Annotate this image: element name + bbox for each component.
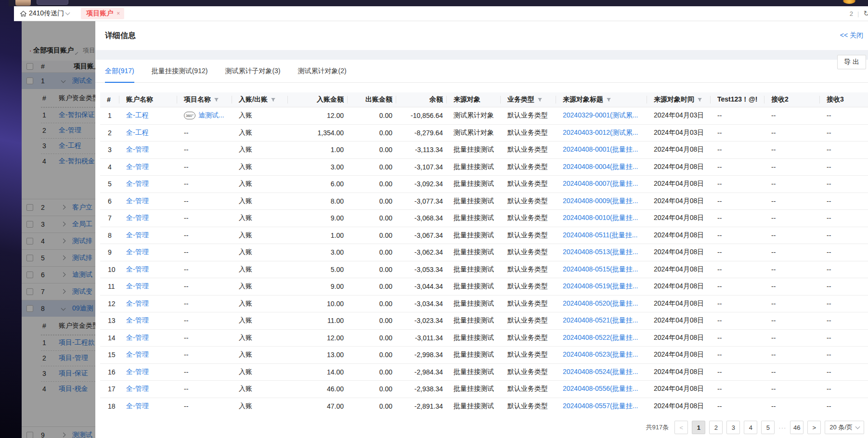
- topbar-search-pill[interactable]: [37, 0, 68, 5]
- cell-link[interactable]: 全-管理: [126, 316, 149, 325]
- refresh-icon[interactable]: ↻: [863, 9, 868, 18]
- page-button-4[interactable]: 4: [744, 421, 757, 434]
- cell-link[interactable]: 20240408-0009(批量挂...: [563, 197, 638, 206]
- home-icon: [20, 10, 27, 17]
- detail-tab-0[interactable]: 全部(917): [105, 60, 134, 82]
- cell-link[interactable]: 20240408-0557(批量挂...: [563, 402, 638, 411]
- filter-icon[interactable]: [537, 97, 543, 103]
- cell-link[interactable]: 20240408-0519(批量挂...: [563, 282, 638, 291]
- cell-direction: 入账: [232, 107, 288, 124]
- avatar[interactable]: [15, 0, 31, 6]
- cell-text: 12: [108, 300, 116, 308]
- cell-link[interactable]: 20240408-0521(批量挂...: [563, 316, 638, 325]
- filter-icon[interactable]: [271, 97, 276, 103]
- cell-source_date: 2024年04月08日: [647, 261, 711, 278]
- cell-link[interactable]: 20240408-0010(批量挂...: [563, 214, 638, 222]
- cell-text: 默认业务类型: [507, 231, 548, 240]
- cell-link[interactable]: 20240408-0007(批量挂...: [563, 180, 638, 188]
- detail-tab-1[interactable]: 批量挂接测试(912): [152, 60, 208, 82]
- close-icon[interactable]: ×: [117, 10, 120, 17]
- cell-text: 3.00: [331, 163, 344, 171]
- page-button-1[interactable]: 1: [692, 421, 705, 434]
- cell-link[interactable]: 20240408-0004(批量挂...: [563, 163, 638, 171]
- cell-link[interactable]: 20240408-0524(批量挂...: [563, 368, 638, 376]
- filter-icon[interactable]: [606, 97, 611, 103]
- export-button[interactable]: 导 出: [837, 55, 866, 69]
- cell-link[interactable]: 全-管理: [126, 282, 149, 291]
- cell-biz_type: 默认业务类型: [501, 176, 556, 193]
- cell-project: --: [177, 210, 232, 227]
- detail-tab-3[interactable]: 测试累计对象(2): [298, 60, 347, 82]
- close-panel-link[interactable]: << 关闭: [840, 31, 863, 40]
- cell-link[interactable]: 20240408-0522(批量挂...: [563, 334, 638, 342]
- cell-link[interactable]: 全-管理: [126, 350, 149, 359]
- cell-text: 入账: [239, 385, 252, 393]
- cell-link[interactable]: 全-管理: [126, 265, 149, 274]
- cell-source: 批量挂接测试: [447, 142, 501, 158]
- cell-link[interactable]: 全-管理: [126, 334, 149, 342]
- prev-page-button[interactable]: <: [674, 421, 688, 434]
- cell-text: --: [771, 351, 776, 359]
- page-button-46[interactable]: 46: [790, 421, 803, 434]
- cell-link[interactable]: 全-管理: [126, 385, 149, 393]
- cell-project: --: [177, 347, 232, 363]
- cell-link[interactable]: 20240408-0513(批量挂...: [563, 248, 638, 257]
- next-page-button[interactable]: >: [807, 421, 821, 434]
- cell-link[interactable]: 20240408-0523(批量挂...: [563, 350, 638, 359]
- cell-recv3: --: [820, 159, 866, 176]
- cell-text: 11: [108, 283, 115, 290]
- cell-link[interactable]: 全-管理: [126, 214, 149, 222]
- cell-amount_in: 12.00: [288, 107, 348, 124]
- page-button-3[interactable]: 3: [726, 421, 740, 434]
- home-menu[interactable]: 2410传送门: [20, 9, 69, 18]
- cell-link[interactable]: 20240408-0511(批量挂...: [563, 231, 637, 240]
- cell-balance: -3,062.34: [396, 244, 447, 261]
- cell-amount_in: 9.00: [288, 210, 348, 227]
- cell-link[interactable]: 全-管理: [126, 368, 149, 376]
- cell-text: 批量挂接测试: [453, 163, 494, 171]
- page-size-select[interactable]: 20 条/页: [825, 421, 864, 434]
- cell-link[interactable]: 全-管理: [126, 180, 149, 188]
- cell-link[interactable]: 20240408-0520(批量挂...: [563, 299, 638, 308]
- cell-balance: -3,113.34: [396, 142, 447, 158]
- filter-icon[interactable]: [214, 97, 219, 103]
- cell-recv3: --: [820, 347, 866, 363]
- cell-source_title: 20240408-0001(批量挂...: [556, 142, 647, 158]
- cell-recv2: --: [764, 261, 820, 278]
- cell-account: 全-管理: [119, 210, 177, 227]
- table-row: 3全-管理--入账1.000.00-3,113.34批量挂接测试默认业务类型20…: [100, 142, 868, 159]
- detail-header: 详细信息 << 关闭: [95, 21, 868, 50]
- filter-icon[interactable]: [697, 97, 702, 103]
- cell-link[interactable]: 全-管理: [126, 231, 149, 240]
- cell-link[interactable]: 全-管理: [126, 402, 149, 411]
- cell-link[interactable]: 20240408-0515(批量挂...: [563, 265, 638, 274]
- cell-text: --: [717, 402, 722, 410]
- cell-link[interactable]: 全-管理: [126, 163, 149, 171]
- page-button-2[interactable]: 2: [709, 421, 723, 434]
- cell-text: --: [827, 334, 831, 342]
- tab-project-account[interactable]: 项目账户 ×: [81, 8, 124, 19]
- detail-table-head: #账户名称项目名称入账/出账入账金额出账金额余额来源对象业务类型来源对象标题来源…: [100, 92, 868, 107]
- cell-test123: --: [711, 159, 764, 176]
- cell-link[interactable]: 20240408-0556(批量挂...: [563, 385, 638, 393]
- cell-text: -10,856.64: [411, 112, 443, 119]
- cell-link[interactable]: 全-工程: [126, 129, 149, 137]
- cell-project: --: [177, 364, 232, 381]
- detail-tab-2[interactable]: 测试累计子对象(3): [225, 60, 280, 82]
- cell-text: --: [717, 146, 722, 154]
- cell-link[interactable]: 全-管理: [126, 248, 149, 257]
- cell-link[interactable]: 全-管理: [126, 299, 149, 308]
- table-row: 11全-管理--入账9.000.00-3,044.34批量挂接测试默认业务类型2…: [100, 278, 868, 296]
- cell-link[interactable]: 迪测试...: [198, 111, 224, 120]
- cell-text: 4: [108, 163, 112, 171]
- cell-link[interactable]: 20240408-0001(批量挂...: [563, 145, 638, 154]
- cell-direction: 入账: [232, 176, 288, 193]
- cell-link[interactable]: 20240403-0012(测试累...: [563, 129, 638, 137]
- cell-link[interactable]: 20240329-0001(测试累...: [563, 111, 638, 120]
- cell-link[interactable]: 全-工程: [126, 111, 149, 120]
- cell-link[interactable]: 全-管理: [126, 197, 149, 206]
- cell-link[interactable]: 全-管理: [126, 145, 149, 154]
- cell-text: 批量挂接测试: [453, 214, 494, 222]
- detail-panel: 详细信息 << 关闭 全部(917)批量挂接测试(912)测试累计子对象(3)测…: [95, 21, 868, 438]
- page-button-5[interactable]: 5: [761, 421, 775, 434]
